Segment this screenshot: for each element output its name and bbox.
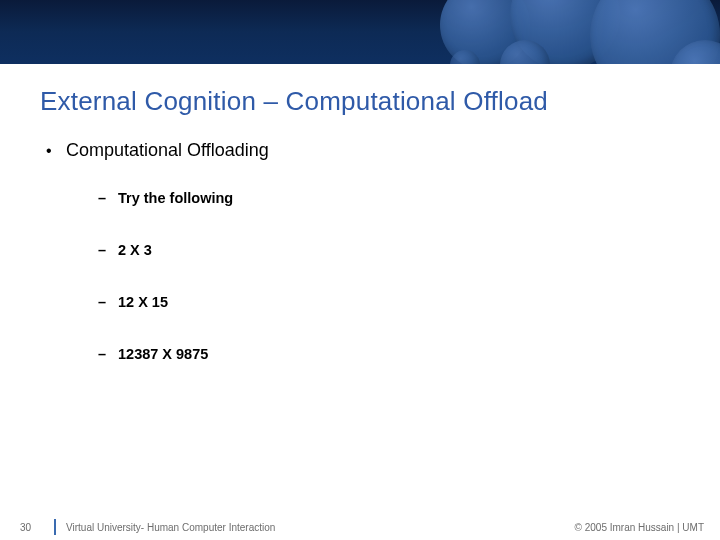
bullet-dot-icon: • (46, 140, 66, 162)
footer-copyright: © 2005 Imran Hussain | UMT (575, 522, 720, 533)
dash-icon: – (98, 190, 118, 206)
dash-icon: – (98, 242, 118, 258)
page-number: 30 (0, 522, 54, 533)
bullet-text: Try the following (118, 190, 233, 206)
footer-separator (54, 519, 56, 535)
slide: External Cognition – Computational Offlo… (0, 0, 720, 540)
bullet-level2: – 12387 X 9875 (98, 346, 680, 362)
top-band (0, 0, 720, 64)
footer-course: Virtual University- Human Computer Inter… (66, 522, 575, 533)
bullet-text: 2 X 3 (118, 242, 152, 258)
bullet-text: 12387 X 9875 (118, 346, 208, 362)
footer: 30 Virtual University- Human Computer In… (0, 514, 720, 540)
decorative-bubbles (410, 0, 720, 64)
slide-title: External Cognition – Computational Offlo… (40, 86, 548, 117)
bullet-level2: – 12 X 15 (98, 294, 680, 310)
bullet-level2: – 2 X 3 (98, 242, 680, 258)
dash-icon: – (98, 346, 118, 362)
bullet-text: 12 X 15 (118, 294, 168, 310)
bullet-text: Computational Offloading (66, 140, 269, 161)
slide-body: • Computational Offloading – Try the fol… (46, 140, 680, 398)
bullet-level2: – Try the following (98, 190, 680, 206)
dash-icon: – (98, 294, 118, 310)
bullet-level1: • Computational Offloading (46, 140, 680, 162)
